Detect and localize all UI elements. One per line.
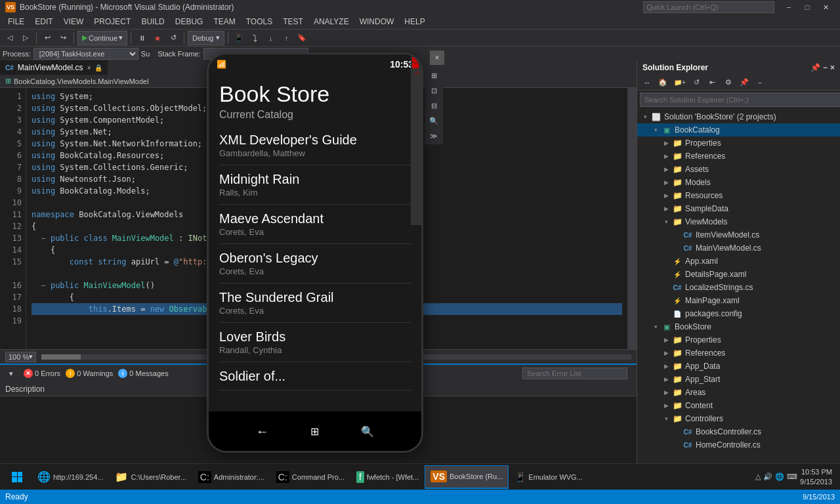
phone-book-item-1[interactable]: Midnight Rain Ralls, Kim xyxy=(219,165,411,205)
phone-search-btn[interactable]: 🔍 xyxy=(361,425,374,438)
expand-icon[interactable]: ▶ xyxy=(661,402,671,409)
phone-home-btn[interactable]: ⊞ xyxy=(310,425,319,438)
se-pin-icon[interactable]: 📌 xyxy=(810,63,820,72)
toolbar-step-into[interactable]: ↓ xyxy=(263,31,278,45)
taskbar-btn-explorer[interactable]: 📁 C:\Users\Rober... xyxy=(109,465,192,489)
scroll-thumb[interactable] xyxy=(41,354,81,360)
maximize-button[interactable]: □ xyxy=(798,0,816,14)
menu-project[interactable]: PROJECT xyxy=(89,14,136,29)
error-search-input[interactable] xyxy=(522,368,627,379)
toolbar-stop[interactable]: ■ xyxy=(150,31,165,45)
toolbar-pause[interactable]: ⏸ xyxy=(135,31,149,45)
taskbar-btn-ie[interactable]: 🌐 http://169.254... xyxy=(32,465,109,489)
toolbar-back[interactable]: ◁ xyxy=(3,31,17,45)
phone-tool-btn-4[interactable]: 🔍 xyxy=(425,114,442,128)
expand-icon[interactable]: ▶ xyxy=(661,205,671,212)
close-button[interactable]: ✕ xyxy=(816,0,835,14)
se-sync-btn[interactable]: ↔ xyxy=(640,75,654,90)
se-item-appxaml[interactable]: ⚡ App.xaml xyxy=(637,255,840,268)
menu-help[interactable]: HELP xyxy=(399,14,430,29)
se-minus-btn[interactable]: − xyxy=(753,75,767,90)
se-item-models[interactable]: ▶ 📁 Models xyxy=(637,176,840,189)
menu-file[interactable]: FILE xyxy=(3,14,30,29)
se-search-input[interactable] xyxy=(640,93,840,107)
expand-icon[interactable]: ▶ xyxy=(661,363,671,369)
se-item-controllers[interactable]: ▾ 📁 Controllers xyxy=(637,412,840,425)
continue-button[interactable]: ▶ Continue ▾ xyxy=(77,31,127,45)
menu-test[interactable]: TEST xyxy=(278,14,308,29)
se-item-areas[interactable]: ▶ 📁 Areas xyxy=(637,386,840,399)
expand-icon[interactable]: ▶ xyxy=(661,166,671,173)
toolbar-step-over[interactable]: ⤵ xyxy=(247,31,262,45)
zoom-control[interactable]: 100 % ▾ xyxy=(5,352,36,362)
taskbar-btn-emulator[interactable]: 📱 Emulator WVG... xyxy=(509,465,589,489)
toolbar-undo[interactable]: ↩ xyxy=(40,31,54,45)
menu-tools[interactable]: TOOLS xyxy=(241,14,278,29)
process-select[interactable]: [2084] TaskHost.exe xyxy=(33,48,138,60)
tab-close-icon[interactable]: × xyxy=(87,64,91,72)
expand-icon[interactable]: ▾ xyxy=(661,219,671,225)
se-item-homecontroller[interactable]: C# HomeController.cs xyxy=(637,438,840,452)
phone-screen[interactable]: Book Store Current Catalog XML Developer… xyxy=(209,74,421,411)
phone-back-btn[interactable]: ← xyxy=(256,424,269,439)
time-display[interactable]: 10:53 PM 9/15/2013 xyxy=(800,467,832,486)
tab-main-viewmodel[interactable]: C# MainViewModel.cs × 🔒 xyxy=(0,60,108,75)
se-item-packages[interactable]: 📄 packages.config xyxy=(637,307,840,320)
se-item-bookstore-proj[interactable]: ▾ ▣ BookStore xyxy=(637,320,840,333)
se-item-mainviewmodel[interactable]: C# MainViewModel.cs xyxy=(637,242,840,255)
menu-team[interactable]: TEAM xyxy=(208,14,240,29)
taskbar-btn-admin1[interactable]: C: Administrator:... xyxy=(192,465,270,489)
phone-tool-btn-5[interactable]: ≫ xyxy=(425,129,442,143)
expand-icon[interactable]: ▶ xyxy=(661,192,671,199)
expand-icon[interactable]: ▾ xyxy=(650,127,661,133)
se-item-itemviewmodel[interactable]: C# ItemViewModel.cs xyxy=(637,228,840,242)
quick-launch[interactable]: Quick Launch (Ctrl+Q) xyxy=(643,1,774,13)
se-close-icon[interactable]: × xyxy=(830,63,835,72)
menu-view[interactable]: VIEW xyxy=(58,14,89,29)
phone-tool-btn-3[interactable]: ⊟ xyxy=(425,98,442,113)
se-pin-btn[interactable]: 📌 xyxy=(737,75,751,90)
expand-icon[interactable]: ▾ xyxy=(640,114,650,120)
se-collapse-icon[interactable]: − xyxy=(823,63,828,72)
menu-window[interactable]: WINDOW xyxy=(354,14,400,29)
expand-icon[interactable]: ▶ xyxy=(661,140,671,146)
expand-icon[interactable]: ▾ xyxy=(661,415,671,422)
phone-tool-btn-2[interactable]: ⊡ xyxy=(425,83,442,98)
expand-icon[interactable]: ▶ xyxy=(661,389,671,396)
expand-icon[interactable]: ▶ xyxy=(661,376,671,383)
minimize-button[interactable]: − xyxy=(780,0,798,14)
phone-book-item-3[interactable]: Oberon's Legacy Corets, Eva xyxy=(219,244,411,284)
menu-edit[interactable]: EDIT xyxy=(30,14,58,29)
taskbar-btn-cmd[interactable]: C: Command Pro... xyxy=(270,465,350,489)
toolbar-forward[interactable]: ▷ xyxy=(18,31,33,45)
expand-icon[interactable]: ▶ xyxy=(661,350,671,356)
phone-book-item-4[interactable]: The Sundered Grail Corets, Eva xyxy=(219,284,411,323)
expand-icon[interactable]: ▶ xyxy=(661,337,671,343)
se-item-solution[interactable]: ▾ ⬜ Solution 'BookStore' (2 projects) xyxy=(637,110,840,123)
se-settings-btn[interactable]: ⚙ xyxy=(721,75,736,90)
se-item-bs-properties[interactable]: ▶ 📁 Properties xyxy=(637,333,840,346)
phone-book-item-0[interactable]: XML Developer's Guide Gambardella, Matth… xyxy=(219,126,411,165)
se-item-bookcatalog[interactable]: ▾ ▣ BookCatalog xyxy=(637,123,840,136)
se-item-references[interactable]: ▶ 📁 References xyxy=(637,150,840,163)
se-item-sampledata[interactable]: ▶ 📁 SampleData xyxy=(637,202,840,215)
expand-icon[interactable]: ▾ xyxy=(650,324,661,330)
expand-icon[interactable]: ▶ xyxy=(661,153,671,159)
taskbar-btn-fwfetch[interactable]: f fwfetch - [Wfet... xyxy=(350,465,425,489)
toolbar-bookmark[interactable]: 🔖 xyxy=(295,31,309,45)
expand-icon[interactable]: − xyxy=(41,234,45,243)
toolbar-restart[interactable]: ↺ xyxy=(166,31,180,45)
menu-analyze[interactable]: ANALYZE xyxy=(308,14,354,29)
se-item-bs-references[interactable]: ▶ 📁 References xyxy=(637,346,840,360)
debug-target-dropdown[interactable]: Debug ▾ xyxy=(188,31,224,45)
se-item-bookscontroller[interactable]: C# BooksController.cs xyxy=(637,425,840,438)
menu-debug[interactable]: DEBUG xyxy=(170,14,209,29)
se-item-mainpage[interactable]: ⚡ MainPage.xaml xyxy=(637,294,840,307)
se-item-localizedstrings[interactable]: C# LocalizedStrings.cs xyxy=(637,281,840,294)
toolbar-device[interactable]: 📱 xyxy=(232,31,246,45)
phone-book-item-2[interactable]: Maeve Ascendant Corets, Eva xyxy=(219,205,411,244)
tray-icon-1[interactable]: △ xyxy=(755,472,761,481)
se-item-detailspage[interactable]: ⚡ DetailsPage.xaml xyxy=(637,268,840,281)
error-filter-btn[interactable]: ▾ xyxy=(4,366,18,381)
se-item-assets[interactable]: ▶ 📁 Assets xyxy=(637,163,840,176)
